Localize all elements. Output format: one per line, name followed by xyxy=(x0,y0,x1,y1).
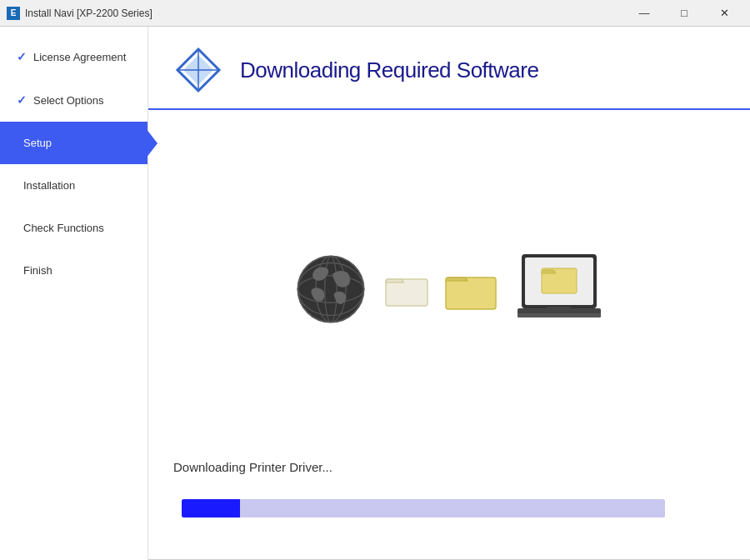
sidebar: ✓ License Agreement ✓ Select Options Set… xyxy=(0,27,148,560)
sidebar-item-installation[interactable]: Installation xyxy=(0,164,148,207)
sidebar-label-check-functions: Check Functions xyxy=(23,222,104,234)
sidebar-label-installation: Installation xyxy=(23,179,75,192)
progress-bar-background xyxy=(182,499,665,518)
medium-folder-icon xyxy=(445,268,497,311)
panel-body: Downloading Printer Driver... xyxy=(148,110,750,559)
laptop-icon xyxy=(513,250,605,329)
page-title: Downloading Required Software xyxy=(240,58,538,83)
small-folder-icon xyxy=(385,271,428,308)
sidebar-item-check-functions[interactable]: Check Functions xyxy=(0,207,148,249)
sidebar-item-license[interactable]: ✓ License Agreement xyxy=(0,35,148,78)
panel-header: Downloading Required Software xyxy=(148,27,750,110)
window-controls: — □ ✕ xyxy=(625,0,743,27)
maximize-button[interactable]: □ xyxy=(665,0,703,27)
progress-container xyxy=(173,491,725,542)
svg-rect-10 xyxy=(386,279,428,306)
svg-rect-11 xyxy=(446,278,496,309)
animation-area xyxy=(173,127,725,460)
transfer-animation xyxy=(385,271,428,308)
folder-icon-group xyxy=(445,268,497,311)
sidebar-label-license: License Agreement xyxy=(33,51,126,63)
sidebar-label-finish: Finish xyxy=(23,264,52,277)
sidebar-label-select-options: Select Options xyxy=(33,94,104,107)
right-panel: Downloading Required Software xyxy=(148,27,750,560)
minimize-button[interactable]: — xyxy=(625,0,663,27)
app-icon: E xyxy=(7,7,20,20)
status-text: Downloading Printer Driver... xyxy=(173,460,725,474)
window-title: Install Navi [XP-2200 Series] xyxy=(25,8,152,19)
sidebar-item-select-options[interactable]: ✓ Select Options xyxy=(0,78,148,122)
progress-bar-fill xyxy=(182,499,240,518)
globe-icon xyxy=(293,252,368,327)
check-icon: ✓ xyxy=(17,50,27,63)
sidebar-label-setup: Setup xyxy=(23,137,52,149)
epson-logo xyxy=(173,45,223,95)
sidebar-item-finish[interactable]: Finish xyxy=(0,249,148,292)
svg-rect-16 xyxy=(518,313,601,318)
check-icon: ✓ xyxy=(17,93,27,107)
main-content: ✓ License Agreement ✓ Select Options Set… xyxy=(0,27,750,560)
title-bar: E Install Navi [XP-2200 Series] — □ ✕ xyxy=(0,0,750,27)
close-button[interactable]: ✕ xyxy=(705,0,743,27)
svg-rect-17 xyxy=(547,307,572,311)
sidebar-item-setup[interactable]: Setup xyxy=(0,122,148,164)
